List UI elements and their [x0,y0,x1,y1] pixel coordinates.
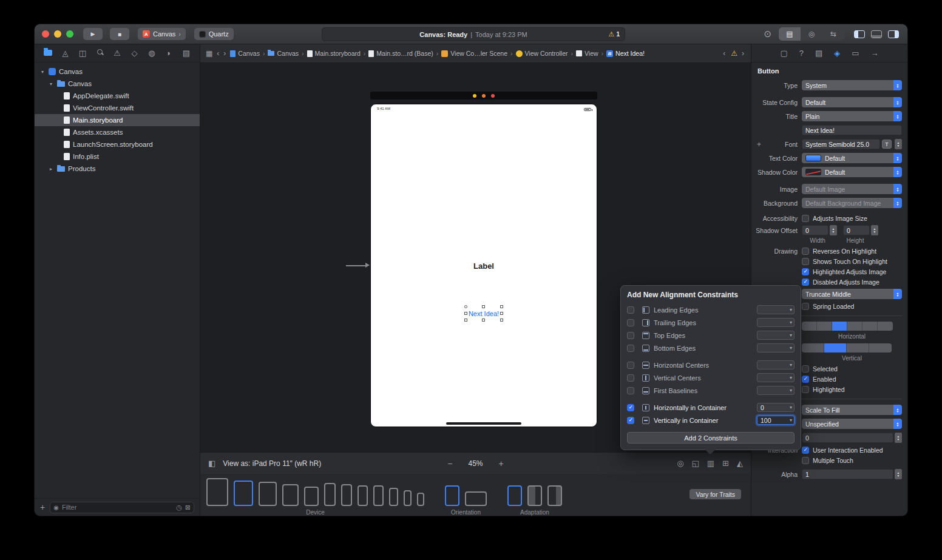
align-center-segment[interactable] [832,322,847,331]
orientation-landscape[interactable] [465,491,487,506]
highlighted-checkbox[interactable] [802,386,809,393]
debug-navigator-icon[interactable]: ◍ [146,49,158,58]
connections-inspector-icon[interactable]: → [871,49,879,58]
tree-item-project[interactable]: ▾ Canvas [35,66,200,78]
enabled-checkbox[interactable] [802,376,809,383]
tree-item-file[interactable]: Info.plist [35,150,200,163]
source-control-navigator-icon[interactable]: ◬ [59,49,72,58]
selection-handle[interactable] [500,312,503,315]
standard-editor-button[interactable]: ▤ [779,27,801,41]
multiple-touch-checkbox[interactable] [802,457,809,464]
update-frames-icon[interactable]: ◎ [677,459,683,468]
orientation-portrait[interactable] [445,485,459,506]
breadcrumb-item[interactable]: View Controller [516,50,568,57]
device-iphone-xr[interactable] [341,484,352,506]
content-mode-popup[interactable]: Scale To Fill [802,405,902,415]
shadow-offset-height-field[interactable]: 0 [843,225,870,235]
device-iphone-xs-max[interactable] [324,483,336,506]
horizontally-in-container-checkbox[interactable] [627,404,634,411]
debug-panel-toggle[interactable] [871,30,882,38]
type-popup[interactable]: System [802,80,902,90]
vertically-in-container-checkbox[interactable] [627,417,634,424]
disclosure-closed-icon[interactable]: ▸ [48,166,54,172]
tag-field[interactable]: 0 [802,433,893,443]
align-bottom-segment[interactable] [847,343,869,353]
add-constraints-icon[interactable]: ⊞ [722,459,729,468]
version-editor-button[interactable]: ⇆ [822,27,844,41]
alpha-stepper[interactable] [895,469,902,479]
horizontally-in-container-value[interactable]: 0 [757,403,795,412]
filter-field[interactable]: ◉ Filter ◷ ⊠ [50,502,194,513]
quick-help-inspector-icon[interactable]: ? [799,49,804,58]
top-edges-value[interactable] [757,331,795,340]
breadcrumb-item[interactable]: Canvas [230,50,260,57]
document-outline-toggle-icon[interactable]: ◧ [208,459,215,468]
image-popup[interactable]: Default Image [802,184,902,194]
run-button[interactable]: ▶ [83,28,103,40]
tree-item-file[interactable]: LaunchScreen.storyboard [35,138,200,150]
horizontal-centers-value[interactable] [757,360,795,369]
trailing-edges-checkbox[interactable] [627,319,634,326]
back-icon[interactable]: ‹ [217,49,219,58]
view-controller-dock-icon[interactable] [473,94,476,98]
device-iphone-8-plus[interactable] [373,485,384,506]
font-size-stepper[interactable] [895,139,902,149]
tree-item-group[interactable]: ▾ Canvas [35,78,200,90]
next-idea-button[interactable]: Next Idea! [466,307,501,320]
first-responder-dock-icon[interactable] [482,94,486,98]
selection-handle[interactable] [464,305,467,308]
selection-handle[interactable] [500,319,503,322]
inspector-panel-toggle[interactable] [888,30,899,38]
warning-badge[interactable]: ⚠ 1 [609,30,620,38]
scene-dock[interactable] [370,92,597,100]
forward-icon[interactable]: › [223,49,226,58]
top-edges-checkbox[interactable] [627,332,634,339]
scheme-selector[interactable]: A Canvas › [138,28,186,40]
issue-warning-icon[interactable]: ⚠ [731,49,737,58]
vertical-centers-value[interactable] [757,373,795,382]
selection-handle[interactable] [464,319,467,322]
align-top-segment[interactable] [802,343,824,353]
font-picker-icon[interactable]: T [882,140,892,149]
selection-handle[interactable] [464,312,467,315]
breadcrumb-item[interactable]: Canvas [268,50,299,57]
adaptation-one-third[interactable] [547,485,562,506]
shadow-offset-width-field[interactable]: 0 [802,225,828,235]
tree-item-file[interactable]: ViewController.swift [35,102,200,114]
close-window-button[interactable] [42,30,49,38]
adaptation-two-thirds[interactable] [527,485,542,506]
tree-item-file[interactable]: AppDelegate.swift [35,90,200,102]
previous-issue-icon[interactable]: ‹ [723,49,725,58]
leading-edges-value[interactable] [757,305,795,314]
tag-stepper[interactable] [895,433,902,443]
selection-handle[interactable] [482,305,485,308]
device-iphone-se[interactable] [404,490,412,506]
breadcrumb-item[interactable]: Main.sto…rd (Base) [368,50,433,57]
bottom-edges-checkbox[interactable] [627,345,634,352]
add-constraints-button[interactable]: Add 2 Constraints [627,432,795,444]
zoom-out-button[interactable]: − [447,459,452,468]
view-as-label[interactable]: View as: iPad Pro 11″ (wR hR) [223,459,321,468]
exit-dock-icon[interactable] [491,94,495,98]
highlighted-adjusts-image-checkbox[interactable] [802,268,809,275]
leading-edges-checkbox[interactable] [627,306,634,314]
selection-handle[interactable] [500,305,503,308]
first-baselines-value[interactable] [757,386,795,395]
device-iphone-4s[interactable] [417,493,424,506]
height-stepper[interactable] [871,225,878,235]
first-baselines-checkbox[interactable] [627,387,634,394]
device-iphone-xs[interactable] [357,485,368,506]
breadcrumb-item[interactable]: View [576,50,598,57]
symbol-navigator-icon[interactable]: ◫ [76,49,89,58]
breakpoint-navigator-icon[interactable]: ◗ [163,49,175,58]
recent-files-icon[interactable]: ◷ [176,504,182,511]
issue-navigator-icon[interactable]: ⚠ [111,49,123,58]
horizontal-centers-checkbox[interactable] [627,362,634,369]
embed-in-icon[interactable]: ◱ [692,459,699,468]
tree-item-products[interactable]: ▸ Products [35,163,200,175]
find-navigator-icon[interactable] [94,49,106,58]
state-config-popup[interactable]: Default [802,97,902,107]
device-ipad-105[interactable] [259,482,277,506]
semantic-popup[interactable]: Unspecified [802,419,902,429]
identity-inspector-icon[interactable]: ▤ [815,49,822,58]
